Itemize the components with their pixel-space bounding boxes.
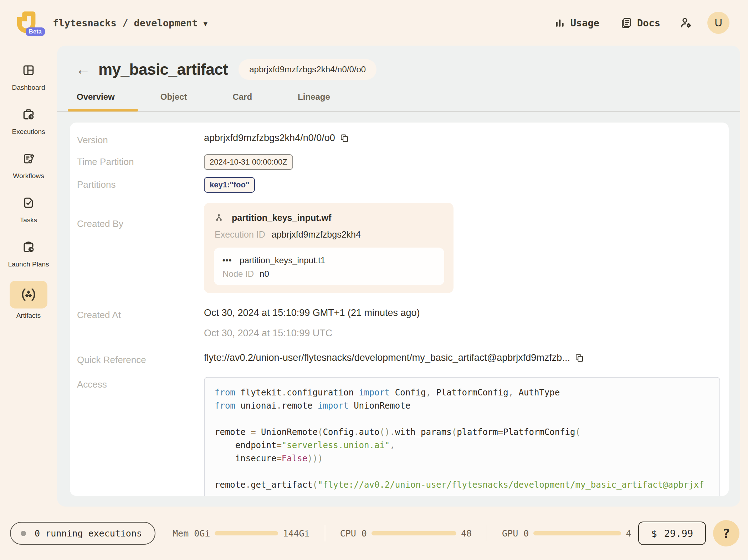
status-bar: 0 running executions Mem 0Gi 144Gi CPU 0… <box>0 507 748 560</box>
tab-overview[interactable]: Overview <box>77 92 115 111</box>
docs-label: Docs <box>637 17 660 28</box>
copy-icon <box>574 353 584 363</box>
copy-quick-reference-button[interactable] <box>574 353 584 363</box>
tab-object[interactable]: Object <box>160 92 187 111</box>
user-gear-icon <box>680 16 692 29</box>
execution-id-value[interactable]: apbrjxfd9mzfzbgs2kh4 <box>272 229 361 240</box>
usage-bars-icon <box>554 17 565 28</box>
sidebar-item-label: Tasks <box>20 216 37 225</box>
status-dot <box>21 531 26 536</box>
execution-id-label: Execution ID <box>215 229 265 240</box>
page-title: my_basic_artifact <box>98 61 228 78</box>
union-logo[interactable]: Beta <box>15 9 41 37</box>
workflow-node-icon <box>214 213 224 223</box>
mem-max: 144Gi <box>283 528 309 539</box>
sidebar-item-label: Workflows <box>13 171 44 181</box>
running-executions-button[interactable]: 0 running executions <box>10 522 155 545</box>
sidebar-item-launch-plans[interactable]: Launch Plans <box>2 237 55 269</box>
tasks-icon <box>22 196 35 209</box>
sidebar: Dashboard Executions Workflows <box>0 46 57 507</box>
sidebar-item-dashboard[interactable]: Dashboard <box>2 60 55 92</box>
usage-label: Usage <box>570 17 599 28</box>
sidebar-item-tasks[interactable]: Tasks <box>2 192 55 225</box>
copy-version-button[interactable] <box>339 133 349 143</box>
cpu-label: CPU 0 <box>340 528 367 539</box>
created-at-label: Created At <box>77 307 204 321</box>
docs-icon <box>620 17 632 29</box>
dashboard-icon <box>22 64 35 77</box>
sidebar-item-workflows[interactable]: Workflows <box>2 148 55 181</box>
gpu-label: GPU 0 <box>502 528 529 539</box>
tab-divider <box>57 111 740 112</box>
task-card: ••• partition_keys_input.t1 Node ID n0 <box>214 248 444 285</box>
main-panel: ← my_basic_artifact apbrjxfd9mzfzbgs2kh4… <box>57 46 740 507</box>
quick-reference-label: Quick Reference <box>77 352 204 365</box>
top-bar: Beta flytesnacks / development ▼ Usage D… <box>0 0 748 46</box>
workflow-name-link[interactable]: partition_keys_input.wf <box>232 213 331 223</box>
active-tab-indicator <box>68 109 138 112</box>
artifacts-active-highlight <box>10 281 47 308</box>
sidebar-item-label: Dashboard <box>12 83 45 92</box>
task-name-link[interactable]: partition_keys_input.t1 <box>240 255 325 265</box>
node-id-value: n0 <box>260 269 269 279</box>
partition-key-chip: key1:"foo" <box>204 177 255 193</box>
user-settings-button[interactable] <box>680 16 692 29</box>
sidebar-item-label: Artifacts <box>16 311 41 320</box>
access-code[interactable]: from flytekit.configuration import Confi… <box>204 377 720 496</box>
time-partition-label: Time Partition <box>77 154 204 167</box>
version-value: apbrjxfd9mzfzbgs2kh4/n0/0/o0 <box>204 133 335 144</box>
quick-reference-value: flyte://av0.2/union-user/flytesnacks/dev… <box>204 352 570 363</box>
cost-button[interactable]: $ 29.99 <box>638 522 706 545</box>
created-at-utc: Oct 30, 2024 at 15:10:99 UTC <box>204 328 729 339</box>
mem-meter <box>215 531 278 535</box>
partitions-label: Partitions <box>77 177 204 190</box>
cpu-meter <box>372 531 456 535</box>
access-label: Access <box>77 377 204 390</box>
gpu-max: 4 <box>626 528 631 539</box>
usage-button[interactable]: Usage <box>554 17 599 28</box>
cpu-max: 48 <box>461 528 472 539</box>
created-at-local: Oct 30, 2024 at 15:10:99 GMT+1 (21 minut… <box>204 307 729 318</box>
cost-value: 29.99 <box>664 528 693 539</box>
running-executions-label: 0 running executions <box>35 528 142 539</box>
mem-label: Mem 0Gi <box>173 528 210 539</box>
artifacts-icon <box>21 287 36 302</box>
executions-icon <box>22 108 35 121</box>
beta-badge: Beta <box>26 27 45 36</box>
launch-plans-icon <box>22 240 35 254</box>
artifact-version-badge: apbrjxfd9mzfzbgs2kh4/n0/0/o0 <box>239 59 376 80</box>
created-by-card: partition_keys_input.wf Execution ID apb… <box>204 203 454 293</box>
tab-lineage[interactable]: Lineage <box>298 92 330 111</box>
copy-icon <box>339 133 349 143</box>
tab-bar: Overview Object Card Lineage <box>77 92 740 111</box>
sidebar-item-artifacts[interactable]: Artifacts <box>2 281 55 320</box>
sidebar-item-label: Launch Plans <box>8 260 49 269</box>
help-button[interactable]: ? <box>713 520 739 546</box>
avatar[interactable]: U <box>707 12 729 34</box>
overview-card: Version apbrjxfd9mzfzbgs2kh4/n0/0/o0 Tim… <box>70 123 729 496</box>
chevron-down-icon: ▼ <box>203 20 207 27</box>
docs-button[interactable]: Docs <box>620 17 660 29</box>
workflows-icon <box>22 152 35 165</box>
back-button[interactable]: ← <box>76 62 91 77</box>
sidebar-item-executions[interactable]: Executions <box>2 104 55 136</box>
breadcrumb[interactable]: flytesnacks / development ▼ <box>53 17 208 28</box>
breadcrumb-label: flytesnacks / development <box>53 17 198 28</box>
gpu-meter <box>533 531 621 535</box>
task-dots-icon: ••• <box>222 256 232 265</box>
version-label: Version <box>77 133 204 146</box>
created-by-label: Created By <box>77 203 204 229</box>
node-id-label: Node ID <box>222 269 254 279</box>
divider <box>325 525 325 541</box>
divider <box>487 525 487 541</box>
time-partition-chip: 2024-10-31 00:00:00Z <box>204 154 293 170</box>
cost-currency: $ <box>651 528 657 539</box>
tab-card[interactable]: Card <box>232 92 252 111</box>
sidebar-item-label: Executions <box>12 127 45 136</box>
